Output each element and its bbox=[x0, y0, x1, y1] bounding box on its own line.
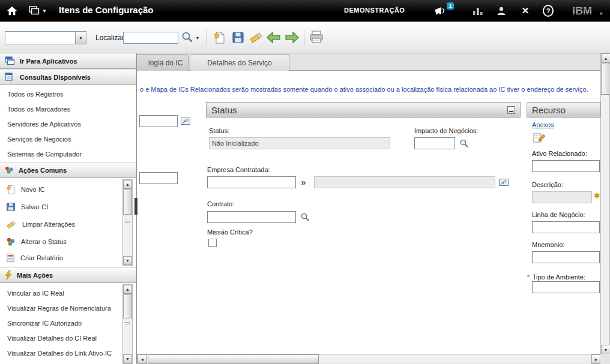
sidebar-action-detalhes-ci-real[interactable]: Visualizar Detalhes do CI Real bbox=[0, 330, 130, 345]
related-asset-label: Ativo Relacionado: bbox=[532, 150, 587, 157]
scroll-down-icon[interactable]: ▼ bbox=[601, 345, 610, 354]
mnemonic-input[interactable] bbox=[532, 251, 600, 263]
vertical-scroll-thumb[interactable] bbox=[601, 64, 610, 95]
tab-service-details[interactable]: Detalhes do Serviço bbox=[190, 54, 289, 71]
create-report-icon bbox=[6, 253, 15, 263]
go-to-menu-icon[interactable]: ▼ bbox=[28, 5, 48, 16]
contract-input[interactable] bbox=[207, 211, 296, 223]
sidebar-action-label: Criar Relatório bbox=[20, 254, 63, 261]
find-input[interactable] bbox=[123, 32, 178, 44]
detail-menu-icon[interactable] bbox=[180, 116, 190, 126]
lookup-icon[interactable] bbox=[300, 212, 310, 222]
business-impact-input[interactable] bbox=[414, 137, 455, 149]
search-dropdown-icon[interactable]: ▼ bbox=[195, 35, 201, 41]
scroll-thumb[interactable] bbox=[123, 189, 132, 215]
horizontal-scrollbar[interactable]: ◄ ► bbox=[137, 354, 600, 363]
sidebar-action-alterar-o-status[interactable]: Alterar o Status bbox=[0, 233, 128, 250]
clear-changes-icon[interactable] bbox=[249, 30, 264, 44]
detail-menu-icon[interactable] bbox=[498, 177, 509, 187]
go-to-icon[interactable]: » bbox=[301, 178, 306, 186]
sidebar-item-label: Servidores de Aplicativos bbox=[7, 121, 81, 128]
new-record-icon[interactable] bbox=[212, 30, 226, 44]
common-actions-scrollbar[interactable]: ▲ ▼ bbox=[122, 179, 133, 266]
contracted-company-input[interactable] bbox=[207, 176, 296, 188]
vertical-scrollbar[interactable]: ▲ ▼ bbox=[600, 53, 610, 354]
sidebar-section-queries[interactable]: Consultas Disponíveis bbox=[0, 69, 136, 85]
sidebar-item-sistemas-de-computador[interactable]: Sistemas de Computador bbox=[0, 146, 143, 161]
scroll-down-icon[interactable]: ▼ bbox=[123, 354, 132, 363]
clear-changes-icon bbox=[6, 219, 17, 229]
attachments-link[interactable]: Anexos bbox=[532, 121, 554, 128]
sidebar-item-label: Serviços de Negócios bbox=[7, 136, 71, 143]
minimize-section-icon[interactable] bbox=[507, 106, 515, 114]
sidebar-action-label: Visualizar Detalhes do CI Real bbox=[7, 335, 97, 342]
lookup-icon[interactable] bbox=[459, 138, 469, 148]
bulletin-board-icon[interactable] bbox=[433, 5, 448, 16]
print-icon[interactable] bbox=[309, 30, 324, 44]
business-line-input[interactable] bbox=[532, 221, 600, 233]
contracted-company-label: Empresa Contratada: bbox=[207, 166, 270, 173]
sidebar-section-common-actions[interactable]: Ações Comuns bbox=[0, 162, 136, 178]
contract-label: Contrato: bbox=[207, 200, 234, 207]
sidebar-action-criar-relatorio[interactable]: Criar Relatório bbox=[0, 250, 128, 266]
scroll-track-mark bbox=[125, 324, 130, 324]
sidebar-action-detalhes-link-ativo[interactable]: Visualizar Detalhes do Link Ativo-IC bbox=[0, 345, 130, 360]
environment-type-input[interactable] bbox=[532, 281, 600, 293]
long-description-icon[interactable]: ✱ bbox=[594, 192, 600, 200]
queries-icon bbox=[5, 73, 15, 82]
info-notice: o e Mapa de ICs Relacionados serão mostr… bbox=[140, 86, 588, 93]
sidebar-item-todos-os-marcadores[interactable]: Todos os Marcadores bbox=[0, 101, 143, 116]
toolbar-separator bbox=[207, 30, 207, 46]
next-record-icon[interactable] bbox=[285, 31, 300, 44]
ci-hidden-field-2[interactable] bbox=[139, 172, 178, 184]
sidebar-section-more-actions[interactable]: Mais Ações bbox=[0, 267, 136, 283]
scroll-thumb[interactable] bbox=[123, 294, 132, 318]
profile-icon[interactable] bbox=[496, 5, 507, 16]
attachments-icon[interactable] bbox=[533, 132, 545, 143]
save-icon[interactable] bbox=[231, 30, 245, 44]
sidebar-action-limpar-alteracoes[interactable]: Limpar Alterações bbox=[0, 215, 128, 233]
related-asset-input[interactable] bbox=[532, 160, 600, 172]
scroll-left-icon[interactable]: ◄ bbox=[137, 354, 147, 364]
search-icon[interactable] bbox=[181, 31, 194, 44]
help-icon[interactable]: ? bbox=[543, 5, 554, 16]
find-label: Localizar: bbox=[95, 34, 126, 42]
ibm-logo: IBM ® bbox=[572, 5, 604, 16]
scroll-right-icon[interactable]: ► bbox=[591, 354, 601, 364]
scroll-up-icon[interactable]: ▲ bbox=[123, 180, 132, 189]
bulletin-count-badge: 1 bbox=[447, 2, 454, 10]
sidebar-action-label: Visualizar Regras de Nomenclatura bbox=[7, 305, 111, 312]
scroll-down-icon[interactable]: ▼ bbox=[123, 256, 132, 265]
reports-icon[interactable] bbox=[472, 6, 484, 16]
sidebar-action-vincular-ao-ic-real[interactable]: Vincular ao IC Real bbox=[0, 285, 130, 300]
scroll-up-icon[interactable]: ▲ bbox=[123, 285, 132, 294]
sidebar-splitter-handle[interactable] bbox=[134, 198, 137, 215]
sidebar-item-servidores-de-aplicativos[interactable]: Servidores de Aplicativos bbox=[0, 116, 143, 131]
previous-record-icon[interactable] bbox=[266, 31, 281, 44]
mission-critical-checkbox[interactable] bbox=[208, 239, 217, 247]
sidebar-action-label: Alterar o Status bbox=[21, 238, 67, 245]
horizontal-scroll-thumb[interactable] bbox=[148, 354, 319, 364]
sidebar-action-salvar-ci[interactable]: Salvar CI bbox=[0, 198, 128, 215]
sidebar-action-sincronizar-ic[interactable]: Sincronizar IC Autorizado bbox=[0, 315, 130, 330]
sidebar-item-todos-os-registros[interactable]: Todos os Registros bbox=[0, 86, 143, 101]
sidebar-action-novo-ic[interactable]: Novo IC bbox=[0, 181, 128, 198]
resource-section-header: Recurso bbox=[527, 102, 600, 118]
more-actions-scrollbar[interactable]: ▲ ▼ bbox=[122, 284, 133, 364]
sidebar-section-go-to[interactable]: Ir Para Aplicativos bbox=[0, 53, 136, 69]
combobox-dropdown-icon[interactable]: ▼ bbox=[75, 32, 86, 44]
scrollbar-corner bbox=[600, 354, 610, 364]
svg-text:IBM: IBM bbox=[572, 5, 592, 16]
query-combobox[interactable]: ▼ bbox=[5, 31, 86, 44]
query-combobox-value bbox=[5, 32, 75, 44]
sidebar-item-servicos-de-negocios[interactable]: Serviços de Negócios bbox=[0, 131, 143, 146]
sidebar-section-title: Ações Comuns bbox=[19, 167, 67, 174]
common-actions-icon bbox=[5, 166, 14, 175]
sidebar-item-label: Sistemas de Computador bbox=[7, 151, 82, 158]
home-icon[interactable] bbox=[6, 5, 18, 16]
sign-out-icon[interactable]: ✕ bbox=[520, 5, 531, 16]
sidebar-action-visualizar-regras[interactable]: Visualizar Regras de Nomenclatura bbox=[0, 300, 130, 315]
more-actions-icon bbox=[5, 270, 12, 280]
ci-hidden-field-1[interactable] bbox=[139, 115, 178, 127]
scroll-up-icon[interactable]: ▲ bbox=[601, 53, 610, 63]
